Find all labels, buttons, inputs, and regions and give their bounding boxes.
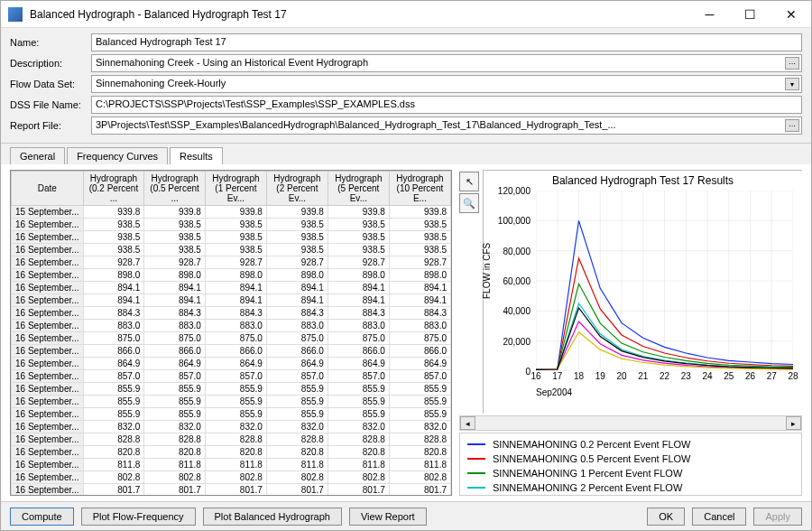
scroll-right-icon[interactable]: ▸ [786,416,801,430]
table-cell: 820.8 [328,446,389,459]
x-tick: 16 [531,371,540,381]
table-row[interactable]: 16 September...832.0832.0832.0832.0832.0… [12,421,451,433]
table-cell: 855.9 [328,408,389,421]
table-row[interactable]: 16 September...855.9855.9855.9855.9855.9… [12,396,451,408]
plot-balanced-hydrograph-button[interactable]: Plot Balanced Hydrograph [203,508,342,526]
table-cell: 16 September... [12,294,84,307]
table-header[interactable]: Hydrograph (5 Percent Ev... [328,172,389,206]
dropdown-icon[interactable]: ▾ [785,78,799,90]
scroll-left-icon[interactable]: ◂ [460,416,475,430]
table-cell: 828.8 [144,433,206,446]
table-row[interactable]: 16 September...875.0875.0875.0875.0875.0… [12,332,451,345]
table-cell: 864.9 [144,358,206,370]
chart-horizontal-scrollbar[interactable]: ◂ ▸ [459,415,802,431]
table-cell: 855.9 [83,383,144,396]
table-row[interactable]: 16 September...811.8811.8811.8811.8811.8… [12,459,451,471]
legend-label: SINNEMAHONING 0.5 Percent Event FLOW [493,453,690,464]
table-cell: 832.0 [266,421,328,433]
table-cell: 875.0 [144,332,206,345]
dss-file-field[interactable]: C:\PROJECTS\SSP\Projects\Test\SSP_Exampl… [91,96,802,114]
table-row[interactable]: 16 September...828.8828.8828.8828.8828.8… [12,433,451,446]
view-report-button[interactable]: View Report [349,508,427,526]
table-cell: 884.3 [83,307,144,320]
table-cell: 802.8 [205,471,266,484]
minimize-button[interactable]: ─ [689,1,730,28]
tab-results[interactable]: Results [170,147,223,164]
report-file-field[interactable]: 3P\Projects\Test\SSP_Examples\BalancedHy… [91,116,802,135]
table-row[interactable]: 16 September...928.7928.7928.7928.7928.7… [12,256,451,269]
table-cell: 828.8 [328,433,389,446]
table-cell: 894.1 [205,294,266,307]
table-row[interactable]: 16 September...938.5938.5938.5938.5938.5… [12,244,451,256]
table-cell: 16 September... [12,433,84,446]
table-row[interactable]: 16 September...866.0866.0866.0866.0866.0… [12,345,451,358]
table-cell: 928.7 [205,256,266,269]
table-cell: 811.8 [328,459,389,471]
description-expand-icon[interactable]: ⋯ [785,57,799,70]
table-row[interactable]: 15 September...939.8939.8939.8939.8939.8… [12,206,451,219]
table-cell: 16 September... [12,256,84,269]
table-row[interactable]: 16 September...855.9855.9855.9855.9855.9… [12,383,451,396]
table-header[interactable]: Hydrograph (0.5 Percent ... [144,172,206,206]
y-tick: 0 [525,367,531,377]
name-field[interactable]: Balanced Hydrograph Test 17 [91,33,802,51]
plot-flow-frequency-button[interactable]: Plot Flow-Frequency [81,508,196,526]
table-cell: 16 September... [12,421,84,433]
tab-general[interactable]: General [10,147,65,164]
results-table[interactable]: DateHydrograph (0.2 Percent ...Hydrograp… [10,170,452,496]
pointer-tool-icon[interactable]: ↖ [459,172,479,191]
table-cell: 938.5 [205,219,266,231]
tab-frequency-curves[interactable]: Frequency Curves [67,147,168,164]
table-row[interactable]: 16 September...820.8820.8820.8820.8820.8… [12,446,451,459]
table-header[interactable]: Hydrograph (1 Percent Ev... [205,172,266,206]
table-row[interactable]: 16 September...894.1894.1894.1894.1894.1… [12,294,451,307]
y-tick: 100,000 [498,216,531,226]
legend-item: SINNEMAHONING 2 Percent Event FLOW [467,480,794,495]
table-header[interactable]: Hydrograph (2 Percent Ev... [266,172,328,206]
table-row[interactable]: 16 September...802.8802.8802.8802.8802.8… [12,471,451,484]
table-row[interactable]: 16 September...938.5938.5938.5938.5938.5… [12,231,451,244]
table-cell: 939.8 [328,206,389,219]
table-cell: 857.0 [389,370,450,383]
flow-data-set-field[interactable]: Sinnemahoning Creek-Hourly▾ [91,75,802,93]
table-row[interactable]: 16 September...938.5938.5938.5938.5938.5… [12,219,451,231]
table-cell: 938.5 [83,244,144,256]
description-field[interactable]: Sinnemahoning Creek - Using an Historica… [91,54,802,72]
zoom-tool-icon[interactable]: 🔍 [459,193,479,213]
table-cell: 875.0 [328,332,389,345]
table-cell: 939.8 [266,206,328,219]
table-header[interactable]: Hydrograph (10 Percent E... [389,172,450,206]
table-cell: 16 September... [12,471,84,484]
table-cell: 855.9 [144,383,206,396]
table-row[interactable]: 16 September...864.9864.9864.9864.9864.9… [12,358,451,370]
table-cell: 939.8 [205,206,266,219]
close-button[interactable]: ✕ [770,1,811,28]
table-row[interactable]: 16 September...898.0898.0898.0898.0898.0… [12,269,451,282]
table-header[interactable]: Date [12,172,84,206]
table-cell: 883.0 [328,320,389,332]
table-cell: 938.5 [266,244,328,256]
x-tick: 19 [595,371,605,381]
report-expand-icon[interactable]: ⋯ [785,119,799,132]
compute-button[interactable]: Compute [10,508,74,526]
table-row[interactable]: 16 September...801.7801.7801.7801.7801.7… [12,484,451,497]
table-row[interactable]: 16 September...884.3884.3884.3884.3884.3… [12,307,451,320]
table-cell: 832.0 [144,421,206,433]
table-row[interactable]: 16 September...883.0883.0883.0883.0883.0… [12,320,451,332]
table-cell: 801.7 [205,484,266,497]
table-cell: 866.0 [144,345,206,358]
table-cell: 801.7 [83,484,144,497]
table-row[interactable]: 16 September...855.9855.9855.9855.9855.9… [12,408,451,421]
table-cell: 894.1 [144,294,206,307]
table-row[interactable]: 16 September...894.1894.1894.1894.1894.1… [12,282,451,294]
table-header[interactable]: Hydrograph (0.2 Percent ... [83,172,144,206]
table-cell: 820.8 [83,446,144,459]
table-cell: 855.9 [205,383,266,396]
chart[interactable]: Balanced Hydrograph Test 17 Results FLOW… [483,170,802,414]
table-cell: 864.9 [328,358,389,370]
ok-button[interactable]: OK [647,508,685,526]
table-cell: 855.9 [328,396,389,408]
maximize-button[interactable]: ☐ [730,1,770,28]
cancel-button[interactable]: Cancel [692,508,746,526]
table-row[interactable]: 16 September...857.0857.0857.0857.0857.0… [12,370,451,383]
